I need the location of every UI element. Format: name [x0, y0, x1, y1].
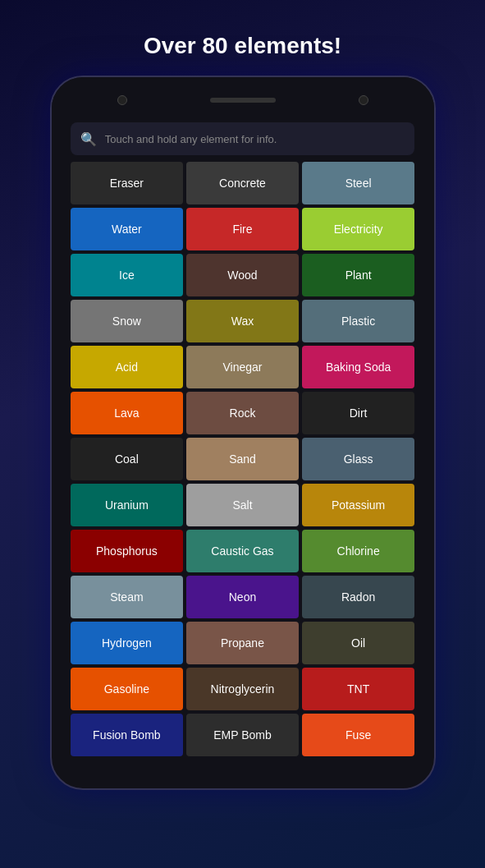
element-cell-caustic-gas[interactable]: Caustic Gas: [186, 530, 299, 572]
element-cell-plant[interactable]: Plant: [302, 254, 414, 296]
element-cell-oil[interactable]: Oil: [302, 622, 414, 664]
element-cell-eraser[interactable]: Eraser: [71, 162, 183, 204]
element-cell-concrete[interactable]: Concrete: [186, 162, 299, 204]
search-icon: 🔍: [80, 131, 97, 147]
element-cell-vinegar[interactable]: Vinegar: [186, 346, 299, 388]
element-cell-electricity[interactable]: Electricity: [302, 208, 414, 250]
element-cell-neon[interactable]: Neon: [186, 576, 299, 618]
element-cell-salt[interactable]: Salt: [186, 484, 299, 526]
element-cell-water[interactable]: Water: [71, 208, 183, 250]
element-cell-steam[interactable]: Steam: [71, 576, 183, 618]
search-bar[interactable]: 🔍 Touch and hold any element for info.: [71, 122, 414, 155]
element-cell-lava[interactable]: Lava: [71, 392, 183, 434]
element-cell-sand[interactable]: Sand: [186, 438, 299, 480]
element-cell-wax[interactable]: Wax: [186, 300, 299, 342]
element-cell-fuse[interactable]: Fuse: [302, 714, 414, 756]
element-cell-potassium[interactable]: Potassium: [302, 484, 414, 526]
element-cell-snow[interactable]: Snow: [71, 300, 183, 342]
element-cell-tnt[interactable]: TNT: [302, 668, 414, 710]
elements-grid-container: EraserConcreteSteelWaterFireElectricityI…: [71, 162, 414, 788]
element-cell-steel[interactable]: Steel: [302, 162, 414, 204]
element-cell-emp-bomb[interactable]: EMP Bomb: [186, 714, 299, 756]
element-cell-rock[interactable]: Rock: [186, 392, 299, 434]
element-cell-propane[interactable]: Propane: [186, 622, 299, 664]
page-title: Over 80 elements!: [144, 33, 341, 59]
phone-speaker: [210, 98, 276, 103]
element-cell-gasoline[interactable]: Gasoline: [71, 668, 183, 710]
element-cell-dirt[interactable]: Dirt: [302, 392, 414, 434]
element-cell-chlorine[interactable]: Chlorine: [302, 530, 414, 572]
elements-grid: EraserConcreteSteelWaterFireElectricityI…: [71, 162, 414, 763]
element-cell-fire[interactable]: Fire: [186, 208, 299, 250]
element-cell-phosphorus[interactable]: Phosphorus: [71, 530, 183, 572]
element-cell-plastic[interactable]: Plastic: [302, 300, 414, 342]
element-cell-uranium[interactable]: Uranium: [71, 484, 183, 526]
camera-right: [359, 95, 368, 105]
element-cell-fusion-bomb[interactable]: Fusion Bomb: [71, 714, 183, 756]
phone-notch: [52, 77, 434, 122]
element-cell-glass[interactable]: Glass: [302, 438, 414, 480]
element-cell-coal[interactable]: Coal: [71, 438, 183, 480]
element-cell-baking-soda[interactable]: Baking Soda: [302, 346, 414, 388]
element-cell-radon[interactable]: Radon: [302, 576, 414, 618]
camera-left: [117, 95, 127, 105]
element-cell-nitroglycerin[interactable]: Nitroglycerin: [186, 668, 299, 710]
phone-frame: 🔍 Touch and hold any element for info. E…: [50, 76, 436, 790]
element-cell-ice[interactable]: Ice: [71, 254, 183, 296]
search-placeholder-text: Touch and hold any element for info.: [105, 133, 277, 145]
element-cell-hydrogen[interactable]: Hydrogen: [71, 622, 183, 664]
element-cell-wood[interactable]: Wood: [186, 254, 299, 296]
element-cell-acid[interactable]: Acid: [71, 346, 183, 388]
